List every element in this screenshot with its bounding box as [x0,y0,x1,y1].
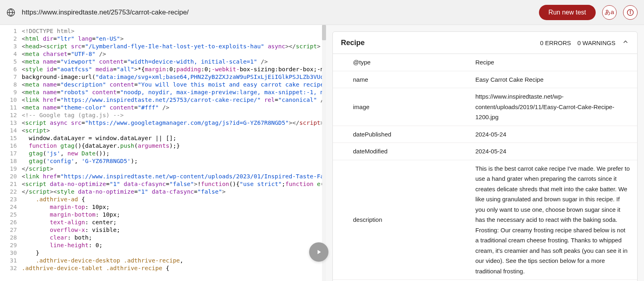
code-line[interactable]: 6<style id="aoatfcss" media="all">*{marg… [0,66,326,73]
code-text: <html dir="ltr" lang="en-US"> [22,35,326,43]
code-text: window.dataLayer = window.dataLayer || [… [22,134,326,142]
property-key: dateModified [333,143,474,160]
line-number: 13 [0,119,22,127]
code-text: overflow-x: visible; [22,226,326,234]
line-number: 3 [0,43,22,50]
errors-count: 0 ERRORS [540,39,571,46]
code-text: <!DOCTYPE html> [22,27,326,35]
code-line[interactable]: 9<meta name="robots" content="noodp, noy… [0,89,326,96]
code-text: <!-- Google tag (gtag.js) --> [22,112,326,119]
line-number: 10 [0,96,22,104]
line-number: 8 [0,81,22,89]
code-line[interactable]: 19</script> [0,165,326,173]
code-text: <script> [22,127,326,134]
line-number: 31 [0,257,22,264]
language-toggle-button[interactable]: あa [602,5,617,20]
property-value: This is the best carrot cake recipe I've… [474,160,637,280]
code-line[interactable]: 4<meta charset="UTF-8" /> [0,50,326,58]
code-text: text-align: center; [22,219,326,226]
code-line[interactable]: 10<link href="https://www.inspiredtaste.… [0,96,326,104]
line-number: 30 [0,249,22,257]
property-key: name [333,71,474,88]
code-text: <meta charset="UTF-8" /> [22,50,326,58]
code-line[interactable]: 25 margin-bottom: 10px; [0,211,326,219]
run-new-test-button[interactable]: Run new test [539,5,596,20]
line-number: 14 [0,127,22,134]
code-line[interactable]: 8<meta name="description" content="You w… [0,81,326,89]
property-value: Easy Carrot Cake Recipe [474,71,637,88]
line-number: 25 [0,211,22,219]
code-line[interactable]: 13<script async src="https://www.googlet… [0,119,326,127]
code-line[interactable]: 14<script> [0,127,326,134]
property-key: @type [333,54,474,71]
chevron-up-icon[interactable] [622,38,629,47]
code-line[interactable]: 21<script data-no-optimize="1" data-cfas… [0,180,326,188]
line-number: 5 [0,58,22,66]
code-line[interactable]: 23 .adthrive-ad { [0,196,326,203]
code-text: clear: both; [22,234,326,242]
code-line[interactable]: 16 function gtag(){dataLayer.push(argume… [0,142,326,150]
code-line[interactable]: 22</script><style data-no-optimize="1" d… [0,188,326,196]
line-number: 32 [0,264,22,272]
property-value: 2024-05-24 [474,143,637,160]
line-number: 11 [0,104,22,112]
property-row: nameEasy Carrot Cake Recipe [333,71,637,89]
property-value: 2024-05-24 [474,126,637,143]
svg-point-3 [630,10,631,11]
line-number: 26 [0,219,22,226]
property-value: https://www.inspiredtaste.net/wp-content… [474,88,637,126]
code-line[interactable]: 1<!DOCTYPE html> [0,27,326,35]
code-text: gtag('js', new Date()); [22,150,326,157]
code-line[interactable]: 32.adthrive-device-tablet .adthrive-reci… [0,264,326,272]
code-line[interactable]: 24 margin-top: 10px; [0,203,326,211]
recipe-card: Recipe 0 ERRORS 0 WARNINGS @typeRecipena… [332,31,638,281]
code-line[interactable]: 11<meta name="theme-color" content="#fff… [0,104,326,112]
code-scrollbar[interactable] [322,25,326,281]
code-line[interactable]: 29 line-height: 0; [0,242,326,249]
code-line[interactable]: 7background-image:url("data:image/svg+xm… [0,73,326,81]
code-line[interactable]: 28 clear: both; [0,234,326,242]
code-text: </script> [22,165,326,173]
recipe-properties: @typeRecipenameEasy Carrot Cake Recipeim… [333,54,637,281]
code-text: <meta name="viewport" content="width=dev… [22,58,326,66]
line-number: 15 [0,134,22,142]
property-row: datePublished2024-05-24 [333,126,637,143]
line-number: 1 [0,27,22,35]
code-line[interactable]: 17 gtag('js', new Date()); [0,150,326,157]
line-number: 19 [0,165,22,173]
recipe-card-title: Recipe [341,39,534,47]
code-line[interactable]: 3<head><script src="/Lymberland-flye-Ile… [0,43,326,50]
code-text: <meta name="description" content="You wi… [22,81,326,89]
property-row: descriptionThis is the best carrot cake … [333,160,637,280]
code-line[interactable]: 27 overflow-x: visible; [0,226,326,234]
code-line[interactable]: 2<html dir="ltr" lang="en-US"> [0,35,326,43]
code-pane[interactable]: 1<!DOCTYPE html>2<html dir="ltr" lang="e… [0,25,326,281]
code-text: margin-bottom: 10px; [22,211,326,219]
code-line[interactable]: 15 window.dataLayer = window.dataLayer |… [0,134,326,142]
line-number: 7 [0,73,22,81]
line-number: 2 [0,35,22,43]
code-text: <link href="https://www.inspiredtaste.ne… [22,173,326,180]
property-row: imagehttps://www.inspiredtaste.net/wp-co… [333,88,637,126]
code-line[interactable]: 26 text-align: center; [0,219,326,226]
code-text: <meta name="theme-color" content="#fff" … [22,104,326,112]
recipe-card-header[interactable]: Recipe 0 ERRORS 0 WARNINGS [333,32,637,54]
play-button[interactable] [309,242,328,262]
code-line[interactable]: 5<meta name="viewport" content="width=de… [0,58,326,66]
code-line[interactable]: 20<link href="https://www.inspiredtaste.… [0,173,326,180]
code-line[interactable]: 31 .adthrive-device-desktop .adthrive-re… [0,257,326,264]
info-button[interactable] [623,5,638,20]
code-text: background-image:url("data:image/svg+xml… [22,73,326,81]
property-key: description [333,160,474,280]
line-number: 23 [0,196,22,203]
code-text: } [22,249,326,257]
property-value: Recipe [474,54,637,71]
code-text: margin-top: 10px; [22,203,326,211]
code-line[interactable]: 12<!-- Google tag (gtag.js) --> [0,112,326,119]
code-text: .adthrive-device-tablet .adthrive-recipe… [22,264,326,272]
code-line[interactable]: 18 gtag('config', 'G-YZ67R8NGD5'); [0,157,326,165]
code-scroll-thumb[interactable] [322,25,326,40]
code-text: .adthrive-device-desktop .adthrive-recip… [22,257,326,264]
code-line[interactable]: 30 } [0,249,326,257]
line-number: 12 [0,112,22,119]
